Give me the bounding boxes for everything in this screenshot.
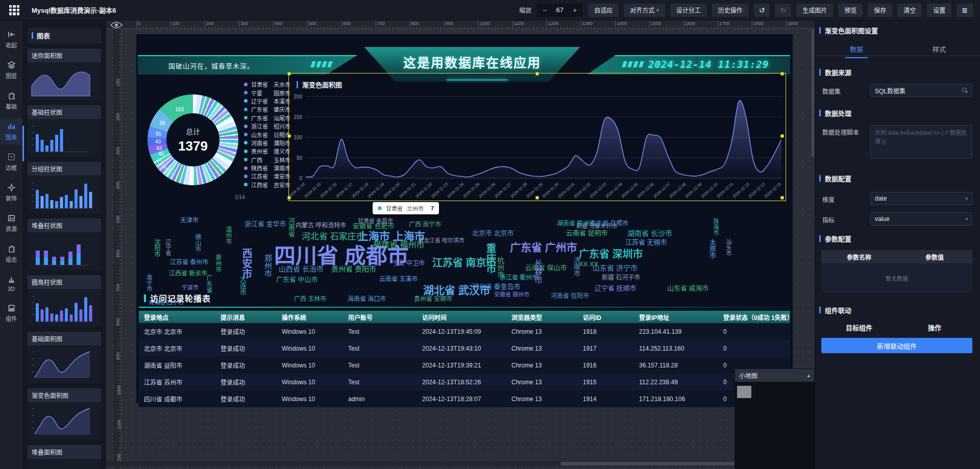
chart-card-preview[interactable] [28,176,101,213]
tab-样式[interactable]: 样式 [898,41,980,56]
legend-item[interactable]: 河南省濮阳市 [244,139,290,147]
chart-card-堆叠柱状图[interactable]: 堆叠柱状图 [28,218,101,270]
area-x-tick: 2024-12-09 [684,182,702,199]
chart-card-preview[interactable] [28,345,101,383]
panel-scrollbar-thumb[interactable] [22,126,24,161]
selection-handle[interactable] [535,72,539,76]
access-log-table-component[interactable]: 访问记录轮播表 登录地点提示消息操作系统用户账号访问时间浏览器类型访问ID登录I… [139,292,790,407]
legend-item[interactable]: 贵州省遵义市 [244,147,290,155]
horizontal-scrollbar[interactable] [106,461,815,466]
selection-handle[interactable] [780,196,784,200]
legend-item[interactable]: 甘肃省天水市 [244,80,290,88]
collapse-chevron-icon[interactable]: ▴ [807,372,810,379]
table-cell: Windows 10 [277,328,343,335]
zoom-out-button[interactable]: − [538,6,551,14]
legend-item[interactable]: 辽宁省本溪市 [244,97,290,105]
chart-card-基础柱状图[interactable]: 基础柱状图 [28,105,101,157]
sidebar-item-收起[interactable]: 收起 [0,27,22,53]
chart-card-堆叠面积图[interactable]: 堆叠面积图 [28,445,101,469]
chart-card-圆角柱状图[interactable]: 圆角柱状图 [28,275,101,327]
chart-card-分组柱状图[interactable]: 分组柱状图 [28,162,101,213]
zoom-in-button[interactable]: + [569,6,581,14]
legend-item[interactable]: 陕西省渭南市 [244,164,290,172]
param-table-header: 参数名称 参数值 [821,250,972,263]
toolbar-button-r4[interactable]: 设置 [927,4,951,17]
table-cell: 36.157.118.28 [634,362,718,369]
legend-item[interactable]: 广东省汕尾市 [244,114,290,122]
sidebar-item-边框[interactable]: 边框 [0,149,22,175]
tab-数据[interactable]: 数据 [815,41,898,56]
chart-card-preview[interactable] [28,62,101,100]
banner-left-wing[interactable]: 国破山河在，城春草木深。 [138,55,357,75]
chart-card-preview[interactable] [28,289,101,327]
legend-item[interactable]: 山东省日照市 [244,130,290,138]
selection-handle[interactable] [780,134,784,138]
chart-card-preview[interactable] [28,232,101,270]
sidebar-item-图层[interactable]: 图层 [0,57,22,83]
area-x-tick: 2024-12-06 [636,182,655,199]
sidebar-item-3D[interactable]: 3D [0,271,22,295]
selection-handle[interactable] [287,72,291,76]
dimension-select[interactable]: date ▾ [870,192,972,205]
more-panel-icon[interactable]: ≣ [957,4,973,17]
legend-item[interactable]: 广东省肇庆市 [244,105,290,113]
gradient-area-chart-component[interactable]: 渐变色面积图 200150100500 2024-11-142024-11-15… [288,73,786,201]
toolbar-button-2[interactable]: 设计分工 [670,4,707,17]
layers-icon [7,61,16,69]
table-column-header: 提示消息 [215,313,277,322]
toolbar-button-3[interactable]: 历史操作 [712,4,749,17]
redo-button[interactable]: ↻ [775,4,791,17]
selection-handle[interactable] [287,196,291,200]
minimap-body[interactable] [735,382,814,469]
chart-card-preview[interactable] [28,402,101,440]
minimap-header[interactable]: 小地图 ▴ [735,369,814,382]
minimap-viewport[interactable] [737,386,751,398]
undo-button[interactable]: ↺ [754,4,770,17]
chart-tooltip: 甘肃省 兰州市 7 [373,202,439,214]
toolbar-button-r3[interactable]: 清空 [897,4,922,17]
sidebar-item-基础[interactable]: 基础 [0,88,22,114]
dashboard-screen[interactable]: 国破山河在，城春草木深。 这是用数据库在线应用 2024-12-14 11:31… [136,34,793,403]
sidebar-item-装饰[interactable]: 装饰 [0,180,22,206]
toolbar-button-r0[interactable]: 生成图片 [796,4,833,17]
chart-card-preview[interactable] [28,459,101,469]
toolbar-button-r2[interactable]: 保存 [868,4,892,17]
sidebar-item-图表[interactable]: 图表 [0,118,22,144]
legend-item[interactable]: 宁夏固原市 [244,88,290,96]
selection-handle[interactable] [535,196,539,200]
eye-icon[interactable] [110,21,122,29]
legend-item[interactable]: 江西省吉安市 [244,181,290,189]
toolbar-button-r1[interactable]: 预览 [838,4,863,17]
design-canvas[interactable]: 0100200300400500600700800900100011001200… [106,20,815,469]
dataset-input[interactable]: SQL数据集 [870,84,972,97]
word-cloud-word: 河北省 石家庄市 [302,232,365,241]
table-cell: 2024-12-13T19:39:21 [417,362,506,369]
section-linkage: 组件联动 [819,305,851,315]
donut-chart-component[interactable]: 总计 1379 40434355951832421161513 1/14 甘肃省… [144,80,289,238]
toolbar-button-0[interactable]: 自适应 [588,4,619,17]
chart-card-preview[interactable] [28,119,101,157]
ruler-top-number: 1200 [548,21,558,26]
banner-right-wing[interactable]: 2024-12-14 11:31:29 [587,55,790,75]
add-linkage-button[interactable]: 新增联动组件 [821,338,972,353]
legend-item[interactable]: 浙江省绍兴市 [244,122,290,130]
selection-handle[interactable] [287,134,291,138]
chart-card-title: 分组柱状图 [28,162,101,176]
vertical-scrollbar-thumb[interactable] [812,29,814,157]
legend-item[interactable]: 广西玉林市 [244,156,290,164]
chart-card-迷你面积图[interactable]: 迷你面积图 [28,48,101,100]
sidebar-item-资源[interactable]: 资源 [0,210,22,236]
chevron-down-icon: ▾ [656,8,659,13]
data-process-script-input[interactable]: 示例:data.forEach(item => { // 数据处理 }) [870,125,972,159]
app-grid-icon[interactable] [9,5,19,15]
legend-item[interactable]: 江苏省淮安市 [244,172,290,180]
table-cell: 1918 [578,328,634,335]
search-icon[interactable] [962,88,968,93]
chart-card-基础面积图[interactable]: 基础面积图 [28,332,101,383]
toolbar-button-1[interactable]: 对齐方式▾ [624,4,665,17]
metric-select[interactable]: value ▾ [870,212,972,226]
sidebar-item-组件[interactable]: 组件 [0,300,22,326]
selection-handle[interactable] [780,72,784,76]
sidebar-item-组态[interactable]: 组态 [0,241,22,267]
chart-card-渐变色面积图[interactable]: 渐变色面积图 [28,388,101,440]
